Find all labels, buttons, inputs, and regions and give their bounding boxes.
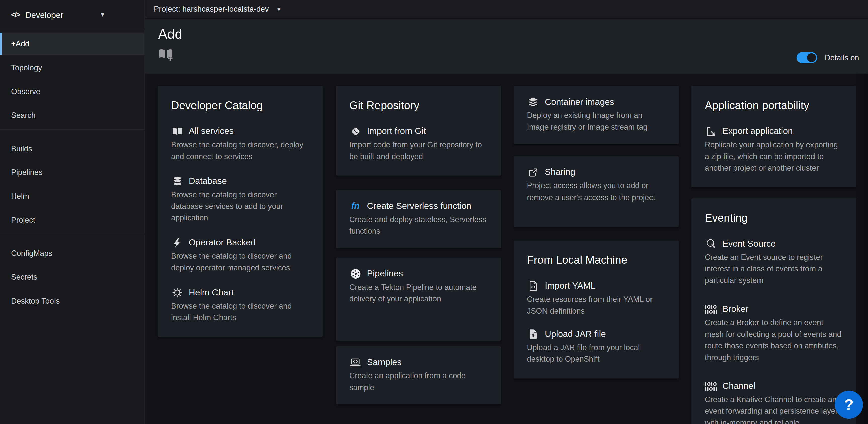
item-link-import-from-git[interactable]: Import from Git — [349, 126, 488, 137]
catalog-item-all-services: All servicesBrowse the catalog to discov… — [171, 126, 309, 162]
sidebar-item-project[interactable]: Project — [0, 209, 145, 231]
item-link-container-images[interactable]: Container images — [527, 97, 665, 107]
card-serverless[interactable]: fnCreate Serverless functionCreate and d… — [336, 190, 501, 248]
catalog-item-container-images: Container imagesDeploy an existing Image… — [527, 97, 665, 133]
item-link-helm-chart[interactable]: Helm Chart — [171, 287, 309, 298]
item-link-broker[interactable]: Broker — [705, 304, 843, 314]
catalog-item-operator-backed: Operator BackedBrowse the catalog to dis… — [171, 238, 309, 274]
nav-group: ConfigMapsSecretsDesktop Tools — [0, 239, 145, 312]
item-title: Container images — [545, 97, 614, 107]
item-link-samples[interactable]: Samples — [349, 358, 488, 367]
item-link-all-services[interactable]: All services — [171, 126, 309, 137]
sidebar-item-topology[interactable]: Topology — [0, 57, 145, 79]
card-container-images[interactable]: Container imagesDeploy an existing Image… — [514, 86, 679, 144]
item-description: Browse the catalog to discover, deploy a… — [171, 139, 309, 162]
binary-icon — [705, 381, 717, 391]
perspective-label: Developer — [25, 10, 63, 19]
item-link-import-yaml[interactable]: Import YAML — [527, 281, 665, 291]
nav-group: +AddTopologyObserveSearch — [0, 29, 145, 126]
share-icon — [527, 167, 539, 177]
item-title: Import from Git — [367, 126, 426, 137]
item-title: Create Serverless function — [367, 201, 471, 211]
item-description: Create a Knative Channel to create an ev… — [705, 394, 843, 424]
page-title: Add — [158, 27, 182, 42]
item-title: All services — [189, 126, 234, 137]
item-link-database[interactable]: Database — [171, 176, 309, 186]
item-description: Create an application from a code sample — [349, 370, 488, 393]
layers-icon — [527, 97, 539, 107]
catalog-item-export-application: Export applicationReplicate your applica… — [705, 126, 843, 174]
sidebar-item-search[interactable]: Search — [0, 104, 145, 126]
catalog-item-import-yaml: Import YAMLCreate resources from their Y… — [527, 281, 665, 317]
card-title: Developer Catalog — [171, 99, 309, 112]
item-title: Pipelines — [367, 269, 403, 279]
item-title: Export application — [722, 126, 793, 137]
item-description: Create and deploy stateless, Serverless … — [349, 214, 488, 237]
item-link-operator-backed[interactable]: Operator Backed — [171, 238, 309, 248]
item-description: Import code from your Git repository to … — [349, 139, 488, 162]
card-title: Application portability — [705, 99, 843, 112]
export-icon — [705, 126, 717, 137]
toggle-knob — [807, 53, 816, 62]
item-link-channel[interactable]: Channel — [705, 381, 843, 391]
project-selector[interactable]: Project: harshcasper-localsta-dev ▼ — [145, 0, 868, 18]
sidebar-item-builds[interactable]: Builds — [0, 138, 145, 160]
item-link-sharing[interactable]: Sharing — [527, 167, 665, 177]
item-title: Event Source — [722, 239, 776, 249]
item-description: Upload a JAR file from your local deskto… — [527, 342, 665, 365]
page-header: Add Details on — [145, 19, 868, 74]
bolt-icon — [171, 238, 183, 248]
card-pipelines[interactable]: PipelinesCreate a Tekton Pipeline to aut… — [336, 258, 501, 341]
card-developer-catalog: Developer CatalogAll servicesBrowse the … — [158, 86, 323, 337]
chevron-down-icon: ▼ — [100, 11, 106, 18]
catalog-item-database: DatabaseBrowse the catalog to discover d… — [171, 176, 309, 224]
nav-group-divider — [0, 129, 145, 130]
catalog-item-channel: ChannelCreate a Knative Channel to creat… — [705, 381, 843, 424]
sidebar-item-pipelines[interactable]: Pipelines — [0, 161, 145, 183]
item-description: Project access allows you to add or remo… — [527, 180, 665, 203]
item-link-pipelines[interactable]: Pipelines — [349, 269, 488, 279]
sidebar-item-desktop-tools[interactable]: Desktop Tools — [0, 290, 145, 312]
catalog-item-broker: BrokerCreate a Broker to define an event… — [705, 304, 843, 363]
catalog-item-upload-jar-file: Upload JAR fileUpload a JAR file from yo… — [527, 329, 665, 365]
event-source-icon — [705, 239, 717, 249]
details-toggle[interactable] — [797, 52, 817, 63]
card-samples[interactable]: SamplesCreate an application from a code… — [336, 346, 501, 404]
file-upload-icon — [527, 329, 539, 339]
sidebar-item-secrets[interactable]: Secrets — [0, 266, 145, 288]
guided-tour-book-plus-icon[interactable] — [158, 48, 173, 62]
card-sharing[interactable]: SharingProject access allows you to add … — [514, 156, 679, 227]
item-description: Create a Tekton Pipeline to automate del… — [349, 282, 488, 305]
details-toggle-group: Details on — [797, 52, 859, 63]
sidebar-nav: +AddTopologyObserveSearchBuildsPipelines… — [0, 29, 145, 312]
item-description: Replicate your application by exporting … — [705, 139, 843, 174]
item-title: Database — [189, 176, 227, 186]
sidebar-item-configmaps[interactable]: ConfigMaps — [0, 242, 145, 264]
nav-group: BuildsPipelinesHelmProject — [0, 134, 145, 231]
sidebar-item-observe[interactable]: Observe — [0, 80, 145, 103]
binary-icon — [705, 304, 717, 314]
openshift-developer-add-page: </> Developer ▼ +AddTopologyObserveSearc… — [0, 0, 868, 424]
item-title: Samples — [367, 358, 401, 367]
question-mark-icon: ? — [844, 396, 854, 414]
item-link-export-application[interactable]: Export application — [705, 126, 843, 137]
item-link-event-source[interactable]: Event Source — [705, 239, 843, 249]
card-eventing: EventingEvent SourceCreate an Event sour… — [691, 198, 857, 424]
details-toggle-label: Details on — [825, 53, 859, 62]
perspective-switcher[interactable]: </> Developer ▼ — [0, 0, 145, 29]
catalog-item-pipelines: PipelinesCreate a Tekton Pipeline to aut… — [349, 269, 488, 305]
sidebar-item-helm[interactable]: Helm — [0, 185, 145, 207]
tekton-icon — [349, 269, 362, 279]
laptop-code-icon — [349, 358, 362, 367]
help-button[interactable]: ? — [835, 391, 863, 419]
card-title: Git Repository — [349, 99, 488, 112]
catalog-item-create-serverless-function: fnCreate Serverless functionCreate and d… — [349, 201, 488, 237]
item-description: Browse the catalog to discover database … — [171, 189, 309, 224]
item-description: Create an Event source to register inter… — [705, 252, 843, 286]
item-link-upload-jar-file[interactable]: Upload JAR file — [527, 329, 665, 339]
right-edge-shadow — [855, 74, 868, 424]
card-title: From Local Machine — [527, 254, 665, 266]
item-link-create-serverless-function[interactable]: fnCreate Serverless function — [349, 201, 488, 211]
sidebar-item-add[interactable]: +Add — [0, 33, 145, 55]
item-title: Helm Chart — [189, 287, 234, 298]
